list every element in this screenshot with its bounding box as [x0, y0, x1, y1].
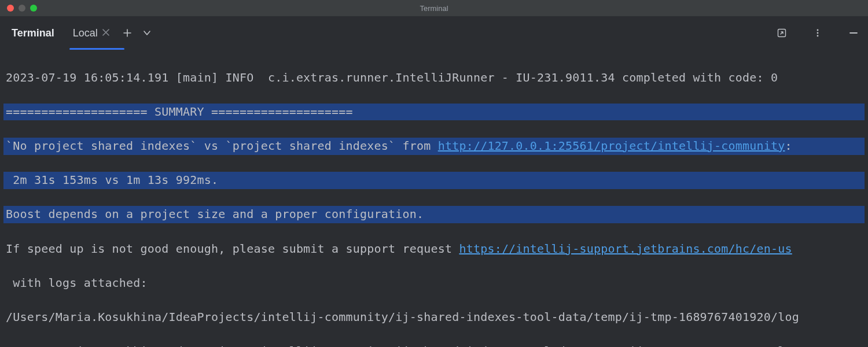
svg-point-3	[817, 35, 819, 37]
log-line: 2023-07-19 16:05:14.191 [main] INFO c.i.…	[3, 69, 865, 87]
tab-local[interactable]: Local	[73, 24, 109, 43]
popout-icon[interactable]	[775, 27, 788, 39]
selected-line: `No project shared indexes` vs `project …	[3, 138, 865, 155]
log-line: If speed up is not good enough, please s…	[3, 241, 865, 258]
log-path: /Users/Maria.Kosukhina/IdeaProjects/inte…	[3, 343, 865, 347]
tab-active-indicator	[69, 48, 124, 50]
chevron-down-icon[interactable]	[141, 27, 153, 39]
log-line: with logs attached:	[3, 275, 865, 292]
svg-point-2	[817, 32, 819, 34]
terminal-output[interactable]: 2023-07-19 16:05:14.191 [main] INFO c.i.…	[0, 50, 868, 347]
terminal-toolbar: Terminal Local	[0, 16, 868, 50]
more-vert-icon[interactable]	[811, 27, 824, 39]
log-path: /Users/Maria.Kosukhina/IdeaProjects/inte…	[3, 309, 865, 326]
toolwindow-title: Terminal	[12, 27, 54, 39]
window-close-button[interactable]	[7, 5, 14, 12]
plus-icon[interactable]	[121, 27, 134, 39]
traffic-lights	[0, 5, 37, 12]
text: If speed up is not good enough, please s…	[6, 242, 459, 256]
window-titlebar: Terminal	[0, 0, 868, 16]
selected-line: ==================== SUMMARY ===========…	[3, 104, 865, 121]
project-url-link[interactable]: http://127.0.0.1:25561/project/intellij-…	[438, 139, 785, 153]
text: `No project shared indexes` vs `project …	[6, 139, 438, 153]
support-url-link[interactable]: https://intellij-support.jetbrains.com/h…	[459, 242, 792, 256]
text: :	[785, 139, 792, 153]
selected-line: 2m 31s 153ms vs 1m 13s 992ms.	[3, 172, 865, 189]
tab-label: Local	[73, 27, 98, 39]
selected-line: Boost depends on a project size and a pr…	[3, 206, 865, 223]
window-minimize-button[interactable]	[19, 5, 25, 12]
window-title: Terminal	[0, 4, 868, 13]
svg-point-1	[817, 29, 819, 31]
window-maximize-button[interactable]	[30, 5, 37, 12]
close-icon[interactable]	[102, 28, 109, 38]
minimize-icon[interactable]	[847, 27, 860, 39]
